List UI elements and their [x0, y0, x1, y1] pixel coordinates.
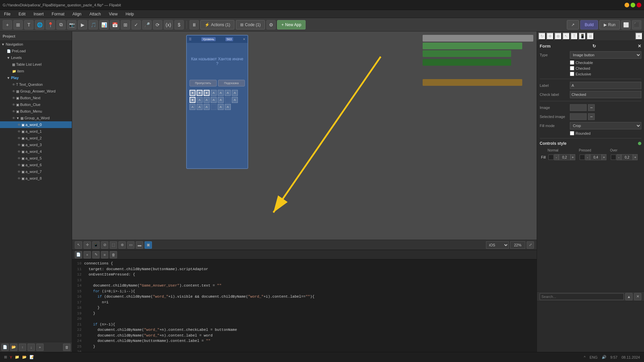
word-cell[interactable]: A — [218, 90, 224, 96]
word-cell[interactable]: ■ — [190, 97, 196, 103]
chart-btn[interactable]: 📊 — [99, 20, 109, 29]
fill-over-dec[interactable]: - — [616, 154, 621, 160]
checkable-checkbox[interactable] — [570, 60, 574, 65]
tree-item-a-word-7[interactable]: 👁 ▣ a_word_7 — [0, 168, 72, 175]
tree-item-group-answer[interactable]: 👁 ▦ Group_Answer_Word — [0, 88, 72, 95]
fill-normal-inc[interactable]: + — [571, 154, 575, 160]
menu-insert[interactable]: Insert — [32, 11, 45, 17]
cursor-icon[interactable]: ↖ — [75, 241, 82, 249]
word-cell[interactable]: A — [225, 104, 231, 110]
word-cell[interactable]: A — [218, 97, 224, 103]
form-close-icon[interactable]: ✕ — [638, 44, 641, 49]
build-btn[interactable]: Build — [580, 20, 598, 29]
desktop-icon[interactable]: 🖥 — [587, 33, 594, 40]
tree-item-a-word-2[interactable]: 👁 ▣ a_word_2 — [0, 135, 72, 141]
word-cell[interactable]: ■ — [204, 90, 210, 96]
delete-icon[interactable]: 🗑 — [63, 344, 70, 351]
code-edit-icon[interactable]: ✎ — [92, 251, 100, 258]
word-cell[interactable]: A — [232, 90, 238, 96]
mobile-view-icon[interactable]: 📱 — [579, 33, 586, 40]
code-multiline-icon[interactable]: ≡ — [101, 251, 108, 258]
var-btn[interactable]: (x) — [164, 20, 173, 29]
copy-btn[interactable]: ⧉ — [56, 20, 66, 29]
tree-item-navigation[interactable]: ▼ Navigation — [0, 41, 72, 48]
exclusive-checkbox[interactable] — [570, 72, 574, 76]
code-add-icon[interactable]: + — [84, 251, 91, 258]
check-label-input[interactable] — [570, 91, 641, 98]
code-btn[interactable]: ⊞ Code (1) — [236, 20, 265, 29]
menu-format[interactable]: Format — [50, 11, 66, 17]
layout3-icon[interactable]: ▣ — [145, 241, 152, 249]
menu-help[interactable]: Help — [124, 11, 136, 17]
menu-file[interactable]: File — [3, 11, 12, 17]
photo-btn[interactable]: 📷 — [67, 20, 76, 29]
checkable-label[interactable]: Checkable — [576, 61, 593, 65]
move-icon[interactable]: ✛ — [546, 33, 554, 40]
fill-pressed-dec[interactable]: - — [585, 154, 590, 160]
cursor-icon[interactable]: ↖ — [562, 33, 570, 40]
anchor-icon[interactable]: ⊕ — [554, 33, 562, 40]
image-clear-btn[interactable]: − — [588, 104, 595, 111]
text-btn[interactable]: T — [24, 20, 34, 29]
pattern-icon[interactable]: ⊘ — [101, 241, 108, 249]
layout2-icon[interactable]: ▬ — [136, 241, 143, 249]
pause-btn[interactable]: ⏸ — [190, 20, 199, 29]
file-icon[interactable]: 📄 — [1, 344, 9, 351]
tree-item-btn-clue[interactable]: 👁 ▣ Button_Clue — [0, 101, 72, 108]
search-input[interactable] — [540, 293, 624, 300]
up-icon[interactable]: ↑ — [19, 344, 26, 351]
add-item-icon[interactable]: + — [36, 344, 44, 351]
maximize-btn[interactable] — [631, 3, 635, 7]
folder-open-icon[interactable]: 📂 — [10, 344, 17, 351]
fill-over-inc[interactable]: + — [633, 154, 638, 160]
layout-btn1[interactable]: ⬜ — [621, 20, 631, 29]
code2-btn[interactable]: ⟳ — [153, 20, 162, 29]
word-cell[interactable]: A — [197, 97, 203, 103]
menu-view[interactable]: View — [108, 11, 119, 17]
skip-btn[interactable]: Пропустить — [190, 80, 217, 86]
tree-item-levels[interactable]: ▼ Levels — [0, 54, 72, 61]
word-cell[interactable]: ■ — [190, 90, 196, 96]
anchor-icon[interactable]: ⊕ — [118, 241, 126, 249]
audio-btn[interactable]: 🎵 — [89, 20, 98, 29]
tree-item-a-word-6[interactable]: 👁 ▣ a_word_6 — [0, 162, 72, 168]
checked-label[interactable]: Checked — [576, 66, 590, 70]
share-icon[interactable]: ↗ — [567, 20, 579, 29]
search-close-icon[interactable]: ✕ — [634, 293, 641, 300]
form-refresh-icon[interactable]: ↻ — [592, 44, 596, 49]
close-right-icon[interactable]: ✕ — [635, 33, 643, 40]
fill-pressed-color[interactable] — [580, 155, 585, 160]
word-cell[interactable] — [211, 104, 217, 110]
selected-image-clear-btn[interactable]: − — [588, 113, 595, 120]
tree-item-table-list[interactable]: ▦ Table List Level — [0, 61, 72, 68]
table-btn[interactable]: ⊞ — [121, 20, 130, 29]
rounded-checkbox[interactable] — [570, 131, 574, 135]
mic-btn[interactable]: 🎤 — [142, 20, 152, 29]
calendar-btn[interactable]: 📅 — [110, 20, 119, 29]
text-tool-icon[interactable]: T — [571, 33, 578, 40]
word-cell[interactable]: A — [204, 97, 210, 103]
fill-normal-input[interactable] — [559, 154, 571, 160]
word-cell[interactable]: A — [211, 97, 217, 103]
add-btn[interactable]: + — [3, 20, 12, 29]
fill-mode-select[interactable]: Crop Stretch Fit Fill — [570, 122, 641, 129]
menu-align[interactable]: Align — [71, 11, 83, 17]
rounded-label[interactable]: Rounded — [576, 131, 591, 135]
type-select[interactable]: Image button Button Toggle — [570, 51, 641, 59]
run-btn[interactable]: ▶ Run — [599, 20, 620, 29]
search-expand-icon[interactable]: ▲ — [625, 293, 633, 300]
checked-checkbox[interactable] — [570, 66, 574, 70]
tree-item-a-word-3[interactable]: 👁 ▣ a_word_3 — [0, 141, 72, 148]
video-btn[interactable]: ▶ — [78, 20, 87, 29]
tree-item-play[interactable]: ▼ Play — [0, 74, 72, 81]
rotate-icon[interactable]: ↻ — [538, 33, 546, 40]
fill-pressed-inc[interactable]: + — [602, 154, 606, 160]
crosshair-icon[interactable]: ✛ — [84, 241, 91, 249]
tree-item-group-a-word[interactable]: 👁 ▼ ▦ Group_a_Word — [0, 115, 72, 121]
word-cell[interactable]: A — [232, 97, 238, 103]
canvas-area[interactable]: ☰ Уровень 563 ✕ Как называют Хантов инач… — [72, 32, 537, 240]
select-icon[interactable]: ⬚ — [110, 241, 117, 249]
menu-attach[interactable]: Attach — [88, 11, 102, 17]
word-cell[interactable]: A — [211, 90, 217, 96]
word-cell[interactable]: A — [190, 104, 196, 110]
